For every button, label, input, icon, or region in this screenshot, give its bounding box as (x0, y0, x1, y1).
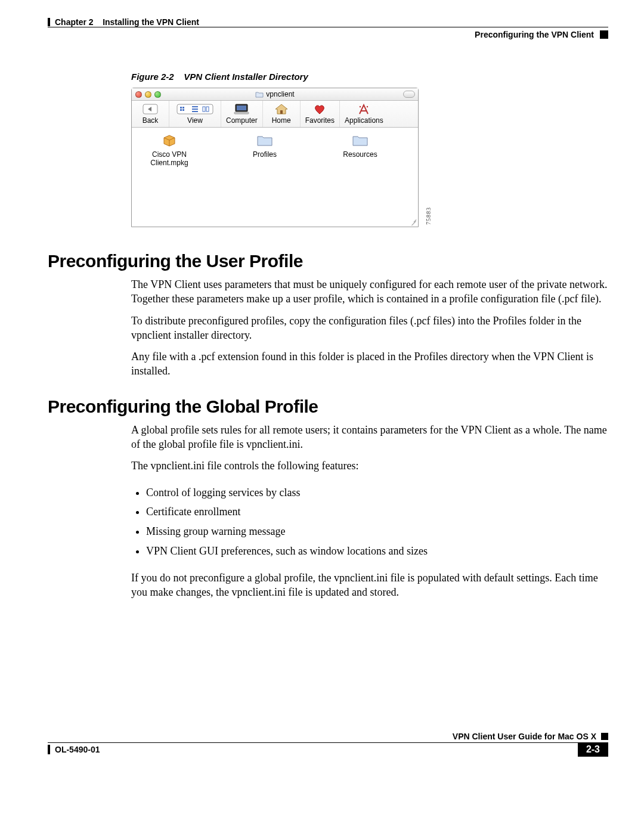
window-title: vpnclient (266, 90, 294, 98)
svg-rect-4 (180, 109, 182, 111)
file-area: Cisco VPN Client.mpkg Profiles Resources (132, 128, 418, 227)
favorites-label: Favorites (305, 116, 335, 125)
favorites-button[interactable]: Favorites (301, 101, 340, 127)
back-button[interactable]: Back (132, 101, 169, 127)
header-chapter: Chapter 2 Installing the VPN Client (48, 18, 199, 26)
running-header: Chapter 2 Installing the VPN Client Prec… (48, 18, 608, 54)
svg-rect-12 (237, 106, 246, 110)
section-heading-global-profile: Preconfiguring the Global Profile (48, 397, 608, 417)
svg-rect-2 (180, 107, 182, 109)
running-footer: VPN Client User Guide for Mac OS X OL-54… (48, 730, 608, 760)
folder-icon (255, 91, 264, 98)
section2-p1: A global profile sets rules for all remo… (131, 423, 608, 452)
home-label: Home (272, 116, 291, 125)
section1-p2: To distribute preconfigured profiles, co… (131, 314, 608, 343)
section1-p1: The VPN Client uses parameters that must… (131, 277, 608, 306)
resize-grip-icon[interactable] (408, 217, 417, 225)
package-icon (162, 132, 177, 148)
page-number: 2-3 (578, 742, 608, 757)
figure-caption-title: VPN Client Installer Directory (184, 72, 308, 82)
header-marker-box (600, 30, 608, 39)
section2-p3: If you do not preconfigure a global prof… (131, 571, 608, 600)
zoom-icon[interactable] (154, 91, 161, 98)
file-mpkg[interactable]: Cisco VPN Client.mpkg (143, 132, 196, 222)
toolbar: Back View (132, 101, 418, 128)
home-button[interactable]: Home (263, 101, 301, 127)
minimize-icon[interactable] (145, 91, 151, 98)
svg-point-17 (367, 106, 368, 107)
view-button[interactable]: View (169, 101, 221, 127)
chapter-title: Installing the VPN Client (103, 17, 199, 27)
file-resources-label: Resources (343, 150, 377, 159)
file-profiles[interactable]: Profiles (238, 132, 292, 222)
svg-rect-5 (182, 109, 184, 111)
svg-rect-3 (182, 107, 184, 109)
section2-p2: The vpnclient.ini file controls the foll… (131, 459, 608, 473)
file-mpkg-label: Cisco VPN Client.mpkg (143, 150, 196, 167)
section1-p3: Any file with a .pcf extension found in … (131, 349, 608, 379)
applications-button[interactable]: Applications (340, 101, 388, 127)
chapter-label: Chapter 2 (55, 17, 94, 27)
footer-doc-id: OL-5490-01 (48, 745, 100, 754)
titlebar: vpnclient (132, 88, 418, 101)
feature-item: VPN Client GUI preferences, such as wind… (146, 543, 608, 560)
view-label: View (187, 116, 203, 125)
applications-label: Applications (345, 116, 383, 125)
footer-doc-title: VPN Client User Guide for Mac OS X (453, 732, 596, 741)
computer-label: Computer (226, 116, 258, 125)
file-resources[interactable]: Resources (333, 132, 387, 222)
header-section: Preconfiguring the VPN Client (475, 30, 608, 39)
feature-item: Missing group warning message (146, 523, 608, 540)
folder-icon (352, 132, 369, 148)
computer-button[interactable]: Computer (221, 101, 263, 127)
back-label: Back (143, 116, 159, 125)
file-profiles-label: Profiles (253, 150, 277, 159)
svg-point-16 (360, 106, 361, 107)
svg-rect-13 (234, 112, 249, 114)
close-icon[interactable] (135, 91, 142, 98)
figure-caption-prefix: Figure 2-2 (131, 72, 174, 82)
feature-item: Control of logging services by class (146, 484, 608, 501)
feature-item: Certificate enrollment (146, 503, 608, 521)
toolbar-toggle-icon[interactable] (403, 91, 415, 98)
footer-marker-box (601, 733, 608, 740)
finder-window: vpnclient Back (131, 88, 419, 227)
figure-2-2: Figure 2-2 VPN Client Installer Director… (131, 72, 608, 227)
section-heading-user-profile: Preconfiguring the User Profile (48, 251, 608, 271)
folder-icon (256, 132, 273, 148)
feature-list: Control of logging services by class Cer… (131, 484, 608, 560)
svg-rect-14 (280, 110, 283, 114)
figure-id-number: 75883 (425, 207, 432, 225)
header-section-title: Preconfiguring the VPN Client (475, 30, 594, 39)
